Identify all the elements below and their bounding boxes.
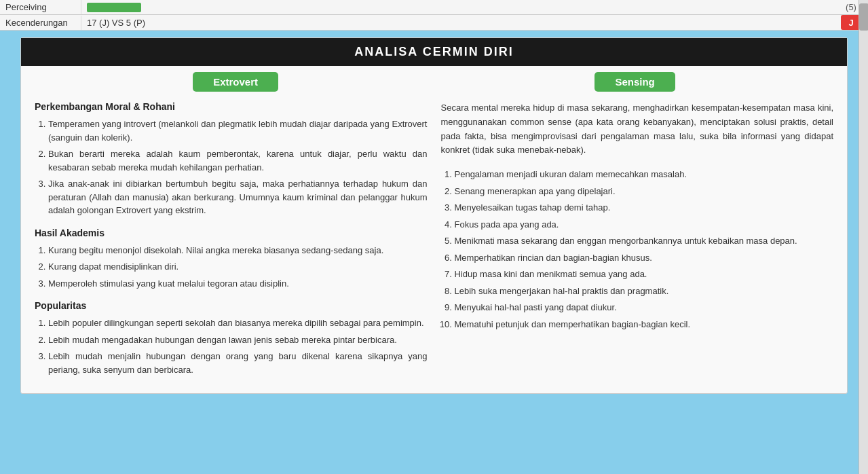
perceiving-bar <box>81 1 834 14</box>
section3-heading: Popularitas <box>35 300 428 311</box>
section1-list: Temperamen yang introvert (melankoli dan… <box>35 117 428 217</box>
list-item: Jika anak-anak ini dibiarkan bertumbuh b… <box>48 177 428 217</box>
section2-heading: Hasil Akademis <box>35 227 428 238</box>
list-item: Lebih populer dilingkungan seperti sekol… <box>48 316 428 330</box>
list-item: Menyukai hal-hal pasti yang dapat diukur… <box>455 301 834 314</box>
list-item: Hidup masa kini dan menikmati semua yang… <box>455 268 834 281</box>
extrovert-badge: Extrovert <box>193 76 278 88</box>
kecenderungan-label: Kecenderungan <box>0 16 81 30</box>
left-column: Perkembangan Moral & Rohani Temperamen y… <box>35 101 428 380</box>
content-columns: Perkembangan Moral & Rohani Temperamen y… <box>21 101 847 380</box>
perceiving-label: Perceiving <box>0 0 81 14</box>
list-item: Kurang begitu menonjol disekolah. Nilai … <box>48 244 428 257</box>
sensing-badge: Sensing <box>595 76 675 88</box>
right-intro: Secara mental mereka hidup di masa sekar… <box>441 101 834 158</box>
right-column: Secara mental mereka hidup di masa sekar… <box>441 101 834 380</box>
sensing-label: Sensing <box>595 72 675 92</box>
list-item: Senang menerapkan apa yang dipelajari. <box>455 185 834 198</box>
section1-heading: Perkembangan Moral & Rohani <box>35 101 428 112</box>
card-title: ANALISA CERMIN DIRI <box>21 38 847 66</box>
section2-list: Kurang begitu menonjol disekolah. Nilai … <box>35 244 428 291</box>
list-item: Memperoleh stimulasi yang kuat melalui t… <box>48 277 428 291</box>
extrovert-label: Extrovert <box>193 72 278 92</box>
list-item: Lebih mudah menjalin hubungan dengan ora… <box>48 350 428 376</box>
list-item: Lebih suka mengerjakan hal-hal praktis d… <box>455 285 834 298</box>
list-item: Fokus pada apa yang ada. <box>455 218 834 232</box>
list-item: Menikmati masa sekarang dan enggan mengo… <box>455 234 834 248</box>
list-item: Bukan berarti mereka adalah kaum pembero… <box>48 147 428 174</box>
progress-bar <box>87 3 141 12</box>
scrollbar[interactable] <box>858 0 868 474</box>
main-card: ANALISA CERMIN DIRI Extrovert Sensing Pe… <box>20 37 848 394</box>
list-item: Kurang dapat mendisiplinkan diri. <box>48 260 428 274</box>
right-list: Pengalaman menjadi ukuran dalam memecahk… <box>441 168 834 331</box>
list-item: Menyelesaikan tugas tahap demi tahap. <box>455 201 834 215</box>
scrollbar-thumb[interactable] <box>859 3 868 31</box>
section3-list: Lebih populer dilingkungan seperti sekol… <box>35 316 428 376</box>
badges-row: Extrovert Sensing <box>21 76 847 88</box>
list-item: Memperhatikan rincian dan bagian-bagian … <box>455 251 834 265</box>
list-item: Lebih mudah mengadakan hubungan dengan l… <box>48 333 428 347</box>
list-item: Mematuhi petunjuk dan memperhatikan bagi… <box>455 318 834 331</box>
list-item: Temperamen yang introvert (melankoli dan… <box>48 117 428 144</box>
kecenderungan-value: 17 (J) VS 5 (P) <box>81 16 841 30</box>
list-item: Pengalaman menjadi ukuran dalam memecahk… <box>455 168 834 181</box>
